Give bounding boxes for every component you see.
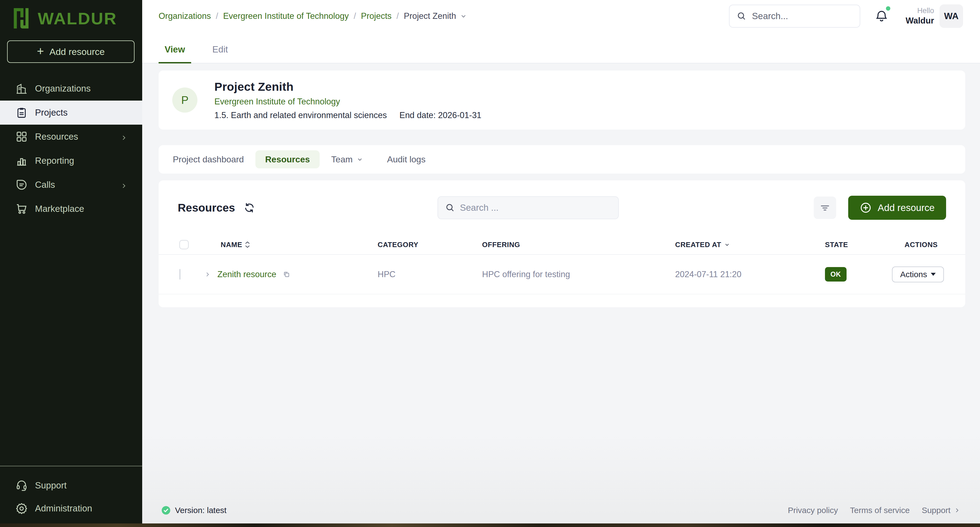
resources-search-input[interactable] — [460, 203, 611, 213]
sidebar-item-resources[interactable]: Resources — [0, 125, 142, 149]
project-avatar-letter: P — [181, 94, 189, 106]
sidebar-item-label: Projects — [35, 108, 68, 118]
filter-icon — [819, 202, 830, 213]
user-greeting: Hello Waldur — [905, 6, 934, 26]
breadcrumb-projects[interactable]: Projects — [361, 11, 391, 21]
gear-icon — [15, 502, 28, 515]
refresh-icon — [243, 202, 255, 214]
chevron-down-icon — [460, 13, 467, 20]
footer-support-link[interactable]: Support — [922, 506, 960, 515]
filter-button[interactable] — [814, 197, 836, 219]
column-header-offering[interactable]: OFFERING — [460, 241, 653, 249]
sidebar-item-projects[interactable]: Projects — [0, 101, 142, 125]
avatar[interactable]: WA — [940, 5, 963, 28]
caret-down-icon — [931, 273, 936, 276]
add-resource-label: Add resource — [878, 202, 935, 213]
resource-created-at: 2024-07-11 21:20 — [653, 270, 803, 279]
bar-chart-icon — [15, 154, 28, 167]
notifications-button[interactable] — [875, 9, 889, 23]
project-category: 1.5. Earth and related environmental sci… — [215, 110, 387, 120]
status-badge: OK — [825, 267, 846, 281]
sidebar-item-label: Organizations — [35, 83, 91, 94]
version-label: Version: latest — [175, 506, 226, 515]
sidebar-add-resource-button[interactable]: + Add resource — [7, 40, 135, 63]
chevron-right-icon — [120, 181, 127, 188]
resource-offering: HPC offering for testing — [460, 270, 653, 279]
cart-icon — [15, 203, 28, 215]
tab-team[interactable]: Team — [324, 154, 370, 165]
sidebar-item-reporting[interactable]: Reporting — [0, 149, 142, 173]
background-image-strip — [0, 524, 980, 527]
terms-of-service-link[interactable]: Terms of service — [850, 506, 910, 515]
resource-category: HPC — [356, 270, 460, 279]
sidebar-item-label: Marketplace — [35, 204, 84, 214]
search-icon — [445, 203, 455, 213]
avatar-initials: WA — [944, 11, 958, 21]
topbar: Organizations / Evergreen Institute of T… — [142, 0, 980, 32]
tab-view[interactable]: View — [159, 44, 191, 63]
row-checkbox[interactable] — [180, 269, 180, 279]
breadcrumb-organization-name[interactable]: Evergreen Institute of Technology — [223, 11, 349, 21]
breadcrumb-separator: / — [353, 11, 356, 21]
row-actions-button[interactable]: Actions — [892, 267, 944, 283]
sidebar-footer: Support Administration — [0, 466, 142, 527]
resources-search[interactable] — [438, 196, 619, 219]
sidebar: WALDUR + Add resource Organizations Proj… — [0, 0, 142, 527]
bell-icon — [875, 9, 889, 23]
page-tabs: View Edit — [142, 32, 980, 63]
sidebar-item-label: Support — [35, 480, 67, 490]
global-search[interactable] — [729, 5, 860, 28]
column-header-category[interactable]: CATEGORY — [356, 241, 460, 249]
chevron-right-icon — [954, 507, 960, 514]
sidebar-nav: Organizations Projects Resources Reporti… — [0, 76, 142, 221]
table-row: Zenith resource HPC HPC offering for tes… — [159, 255, 965, 294]
sidebar-item-label: Resources — [35, 132, 78, 142]
table-header: NAME CATEGORY OFFERING CREATED AT STATE … — [159, 235, 965, 255]
project-end-date: End date: 2026-01-31 — [399, 110, 482, 120]
global-search-input[interactable] — [752, 11, 853, 21]
breadcrumb-current[interactable]: Project Zenith — [404, 11, 467, 21]
sidebar-add-resource-label: Add resource — [49, 46, 105, 57]
breadcrumb-organizations[interactable]: Organizations — [159, 11, 211, 21]
grid-icon — [15, 130, 28, 143]
column-header-created-at[interactable]: CREATED AT — [653, 241, 803, 249]
brand-logo[interactable]: WALDUR — [13, 6, 142, 31]
sidebar-item-marketplace[interactable]: Marketplace — [0, 197, 142, 221]
resource-name-link[interactable]: Zenith resource — [217, 270, 276, 279]
expand-row-icon[interactable] — [204, 271, 211, 278]
check-circle-icon — [161, 506, 170, 515]
sidebar-item-calls[interactable]: Calls — [0, 173, 142, 197]
project-organization-link[interactable]: Evergreen Institute of Technology — [215, 97, 482, 106]
refresh-button[interactable] — [243, 202, 255, 214]
tab-edit[interactable]: Edit — [207, 44, 234, 63]
column-header-name[interactable]: NAME — [199, 241, 356, 249]
sidebar-item-administration[interactable]: Administration — [0, 497, 142, 520]
resources-card: Resources Add resource — [159, 180, 965, 307]
greeting-label: Hello — [905, 6, 934, 16]
main-column: Organizations / Evergreen Institute of T… — [142, 0, 980, 527]
breadcrumb-current-label: Project Zenith — [404, 11, 456, 21]
resources-toolbar: Resources Add resource — [159, 180, 965, 235]
username-label: Waldur — [905, 16, 934, 26]
project-meta: 1.5. Earth and related environmental sci… — [215, 110, 482, 120]
sidebar-item-support[interactable]: Support — [0, 474, 142, 497]
select-all-checkbox[interactable] — [180, 240, 189, 249]
privacy-policy-link[interactable]: Privacy policy — [788, 506, 838, 515]
add-resource-button[interactable]: Add resource — [848, 196, 946, 220]
sidebar-item-label: Calls — [35, 179, 55, 190]
waldur-logo-icon — [13, 8, 32, 29]
tab-project-dashboard[interactable]: Project dashboard — [166, 154, 251, 165]
content: P Project Zenith Evergreen Institute of … — [142, 63, 980, 527]
sidebar-item-organizations[interactable]: Organizations — [0, 76, 142, 101]
resources-title: Resources — [178, 202, 235, 214]
tab-resources[interactable]: Resources — [255, 150, 320, 168]
breadcrumb-separator: / — [216, 11, 218, 21]
tab-audit-logs[interactable]: Audit logs — [380, 154, 433, 165]
project-avatar: P — [172, 87, 197, 113]
plus-icon: + — [37, 45, 44, 57]
version-info: Version: latest — [161, 506, 226, 515]
building-icon — [15, 82, 28, 95]
copy-icon[interactable] — [283, 271, 290, 278]
page-title: Project Zenith — [215, 80, 482, 94]
column-header-state[interactable]: STATE — [803, 241, 883, 249]
